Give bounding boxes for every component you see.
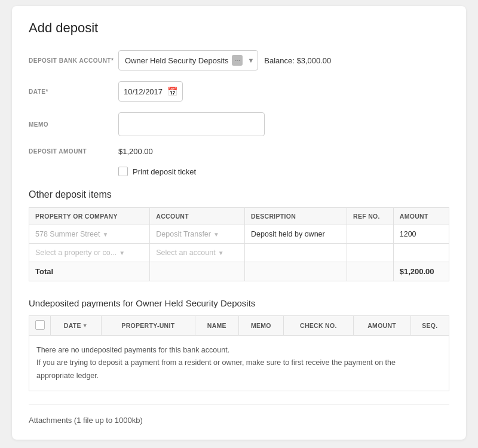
col-seq: SEQ.: [410, 316, 449, 336]
ref-no-cell: [347, 225, 394, 244]
property-select-cell: Select a property or co... ▼: [29, 244, 150, 262]
payments-table-header-row: DATE▼ PROPERTY-UNIT NAME MEMO CHECK NO. …: [29, 316, 449, 336]
account-cell: Deposit Transfer ▼: [150, 225, 245, 244]
deposit-items-table: PROPERTY OR COMPANY ACCOUNT DESCRIPTION …: [29, 207, 449, 281]
property-chevron-icon[interactable]: ▼: [102, 231, 108, 238]
no-payments-row: There are no undeposited payments for th…: [29, 336, 449, 391]
account-select-cell: Select an account ▼: [150, 244, 245, 262]
payments-table: DATE▼ PROPERTY-UNIT NAME MEMO CHECK NO. …: [29, 315, 449, 391]
memo-input[interactable]: [118, 112, 265, 136]
account-name-text: Owner Held Security Deposits: [125, 56, 228, 65]
add-deposit-form: Add deposit DEPOSIT BANK ACCOUNT* Owner …: [12, 6, 466, 440]
col-amount: AMOUNT: [393, 208, 449, 225]
col-amount: AMOUNT: [353, 316, 410, 336]
no-payments-message: There are no undeposited payments for th…: [36, 344, 442, 382]
date-label: DATE*: [29, 88, 118, 95]
deposit-bank-account-controls: Owner Held Security Deposits ⋯ ▼ Balance…: [118, 50, 331, 70]
print-ticket-checkbox[interactable]: [118, 167, 128, 176]
select-all-checkbox[interactable]: [35, 320, 45, 330]
undeposited-title: Undeposited payments for Owner Held Secu…: [29, 298, 449, 308]
date-input[interactable]: 10/12/2017 📅: [118, 81, 183, 102]
page-title: Add deposit: [29, 20, 449, 36]
th-checkbox: [29, 316, 51, 336]
total-amount: $1,200.00: [393, 262, 449, 281]
account-value: Deposit Transfer: [156, 230, 211, 238]
col-name: NAME: [195, 316, 238, 336]
account-placeholder[interactable]: Select an account: [156, 248, 215, 257]
attachments-section: Attachments (1 file up to 1000kb): [29, 404, 449, 425]
dots-icon: ⋯: [232, 55, 243, 66]
property-placeholder[interactable]: Select a property or co...: [35, 248, 117, 257]
deposit-amount-row: DEPOSIT AMOUNT $1,200.00: [29, 147, 449, 156]
calendar-icon: 📅: [167, 87, 177, 96]
col-property-unit: PROPERTY-UNIT: [101, 316, 195, 336]
deposit-bank-account-label: DEPOSIT BANK ACCOUNT*: [29, 57, 118, 64]
total-label: Total: [29, 262, 150, 281]
chevron-down-icon: ▼: [247, 57, 254, 64]
col-date: DATE▼: [51, 316, 102, 336]
other-deposit-items-title: Other deposit items: [29, 189, 449, 200]
property-value: 578 Summer Street: [35, 230, 100, 238]
property-empty-chevron-icon[interactable]: ▼: [119, 250, 125, 256]
print-ticket-row: Print deposit ticket: [118, 167, 449, 176]
table-row-empty: Select a property or co... ▼ Select an a…: [29, 244, 449, 262]
print-ticket-label: Print deposit ticket: [133, 167, 196, 176]
amount-cell: 1200: [393, 225, 449, 244]
sort-icon: ▼: [82, 323, 88, 329]
total-blank-1: [150, 262, 245, 281]
col-ref-no: REF NO.: [347, 208, 394, 225]
deposit-table-header-row: PROPERTY OR COMPANY ACCOUNT DESCRIPTION …: [29, 208, 449, 225]
account-chevron-icon[interactable]: ▼: [213, 231, 219, 238]
description-empty-cell: [245, 244, 347, 262]
no-payments-line1: There are no undeposited payments for th…: [36, 346, 229, 354]
account-empty-chevron-icon[interactable]: ▼: [218, 250, 224, 256]
undeposited-payments-section: Undeposited payments for Owner Held Secu…: [29, 298, 449, 391]
date-value: 10/12/2017: [124, 87, 163, 96]
col-property-company: PROPERTY OR COMPANY: [29, 208, 150, 225]
table-row: 578 Summer Street ▼ Deposit Transfer ▼ D…: [29, 225, 449, 244]
memo-row: MEMO: [29, 112, 449, 136]
col-account: ACCOUNT: [150, 208, 245, 225]
property-cell: 578 Summer Street ▼: [29, 225, 150, 244]
no-payments-line3: appropriate ledger.: [36, 372, 99, 380]
attachments-label: Attachments (1 file up to 1000kb): [29, 416, 143, 425]
col-check-no: CHECK NO.: [284, 316, 353, 336]
other-deposit-items-section: Other deposit items PROPERTY OR COMPANY …: [29, 189, 449, 281]
deposit-bank-account-row: DEPOSIT BANK ACCOUNT* Owner Held Securit…: [29, 50, 449, 70]
description-cell: Deposit held by owner: [245, 225, 347, 244]
date-row: DATE* 10/12/2017 📅: [29, 81, 449, 102]
total-blank-2: [245, 262, 347, 281]
total-blank-3: [347, 262, 394, 281]
col-memo: MEMO: [238, 316, 283, 336]
total-row: Total $1,200.00: [29, 262, 449, 281]
deposit-bank-account-select[interactable]: Owner Held Security Deposits ⋯ ▼: [118, 50, 258, 70]
deposit-amount-value: $1,200.00: [118, 147, 153, 156]
amount-empty-cell: [393, 244, 449, 262]
no-payments-cell: There are no undeposited payments for th…: [29, 336, 449, 391]
no-payments-line2: If you are trying to deposit a payment f…: [36, 358, 396, 367]
col-description: DESCRIPTION: [245, 208, 347, 225]
balance-text: Balance: $3,000.00: [264, 56, 331, 65]
memo-label: MEMO: [29, 121, 118, 128]
ref-no-empty-cell: [347, 244, 394, 262]
deposit-amount-label: DEPOSIT AMOUNT: [29, 148, 118, 155]
